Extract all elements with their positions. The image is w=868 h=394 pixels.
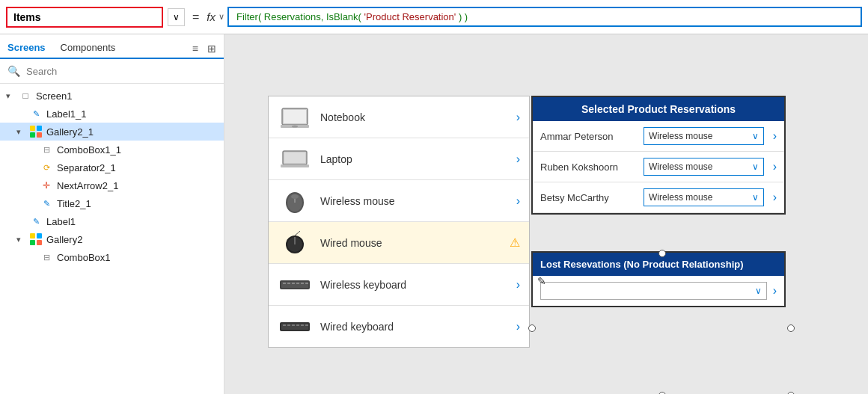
svg-rect-14	[281, 164, 309, 167]
chevron-gallery2-icon: ▾	[16, 235, 25, 244]
tree-item-combobox1-1[interactable]: ⊟ ComboBox1_1	[0, 141, 224, 158]
svg-rect-7	[37, 240, 42, 245]
tree-item-title2-1[interactable]: ✎ Title2_1	[0, 194, 224, 212]
label-icon: ✎	[29, 107, 43, 120]
tree-label-label1: Label1	[46, 216, 218, 227]
tree-item-gallery2-1[interactable]: ▾ Gallery2_1	[0, 123, 224, 141]
svg-rect-33	[287, 324, 290, 326]
edit-pencil-icon[interactable]: ✎	[537, 275, 546, 287]
wireless-keyboard-arrow-icon[interactable]: ›	[516, 278, 520, 292]
warning-icon: ⚠	[510, 236, 520, 250]
tree-item-combobox1[interactable]: ⊟ ComboBox1	[0, 248, 224, 266]
res-row-ammar: Ammar Peterson Wireless mouse ∨ ›	[533, 121, 784, 152]
laptop-icon	[278, 146, 311, 172]
wired-keyboard-icon	[278, 313, 311, 339]
tree-item-label1-1[interactable]: ✎ Label1_1	[0, 105, 224, 123]
tree-item-screen1[interactable]: ▾ □ Screen1	[0, 87, 224, 105]
wired-keyboard-arrow-icon[interactable]: ›	[516, 320, 520, 333]
res-dropdown-arrow-ammar-icon: ∨	[752, 131, 759, 141]
tree-label-gallery2-1: Gallery2_1	[46, 126, 218, 138]
equals-sign: =	[189, 10, 202, 24]
top-bar: Items ∨ = fx ∨ Filter( Reservations, IsB…	[0, 0, 868, 34]
svg-rect-5	[37, 233, 42, 238]
svg-rect-36	[301, 324, 304, 326]
res-dropdown-ruben[interactable]: Wireless mouse ∨	[644, 158, 764, 176]
canvas-area: Notebook › Laptop › Wireless mouse ›	[224, 34, 868, 394]
laptop-label: Laptop	[320, 153, 507, 165]
svg-rect-13	[284, 153, 305, 163]
wired-mouse-label: Wired mouse	[320, 237, 501, 249]
tabs-row: Screens Components ≡ ⊞	[0, 34, 224, 59]
tree-label-combobox1: ComboBox1	[57, 252, 218, 263]
gallery2-icon	[29, 233, 43, 246]
tree-item-nextarrow2-1[interactable]: ✛ NextArrow2_1	[0, 176, 224, 194]
tab-screens[interactable]: Screens	[6, 39, 47, 59]
res-dropdown-text-ammar: Wireless mouse	[649, 131, 712, 141]
items-input[interactable]: Items	[6, 7, 163, 28]
wireless-keyboard-icon	[278, 271, 311, 298]
items-dropdown-button[interactable]: ∨	[168, 8, 185, 26]
lost-next-arrow-icon[interactable]: ›	[773, 284, 777, 298]
wireless-mouse-arrow-icon[interactable]: ›	[516, 194, 520, 208]
gallery-item-notebook[interactable]: Notebook ›	[269, 96, 529, 138]
res-next-arrow-ruben-icon[interactable]: ›	[773, 160, 777, 173]
chevron-gallery2-1-icon: ▾	[16, 127, 25, 137]
svg-rect-26	[292, 283, 295, 284]
search-input[interactable]	[26, 66, 216, 77]
tree-area: ▾ □ Screen1 ✎ Label1_1 ▾ Gallery2_1 ⊟ Co…	[0, 84, 224, 394]
res-dropdown-arrow-betsy-icon: ∨	[752, 192, 759, 203]
wireless-keyboard-label: Wireless keyboard	[320, 279, 507, 291]
gallery-item-wireless-mouse[interactable]: Wireless mouse ›	[269, 180, 529, 222]
wired-keyboard-label: Wired keyboard	[320, 321, 507, 333]
gallery-item-wireless-keyboard[interactable]: Wireless keyboard ›	[269, 264, 529, 306]
separator-icon: ⟳	[40, 161, 53, 174]
resize-handle-right-mid[interactable]	[787, 324, 795, 332]
combobox-icon: ⊟	[40, 143, 53, 156]
svg-rect-2	[30, 132, 35, 138]
res-name-betsy: Betsy McCarthy	[540, 192, 638, 203]
reservations-panel: Selected Product Reservations Ammar Pete…	[531, 96, 786, 215]
svg-rect-28	[301, 283, 304, 284]
tree-label-label1-1: Label1_1	[46, 108, 218, 120]
notebook-arrow-icon[interactable]: ›	[516, 111, 520, 124]
main-area: Screens Components ≡ ⊞ 🔍 ▾ □ Screen1 ✎ L…	[0, 34, 868, 394]
gallery-item-laptop[interactable]: Laptop ›	[269, 138, 529, 180]
notebook-label: Notebook	[320, 111, 507, 123]
res-next-arrow-ammar-icon[interactable]: ›	[773, 129, 777, 143]
laptop-arrow-icon[interactable]: ›	[516, 153, 520, 166]
svg-rect-27	[296, 283, 299, 284]
tab-components[interactable]: Components	[59, 39, 117, 58]
list-view-icon[interactable]: ≡	[191, 41, 200, 56]
tree-item-gallery2[interactable]: ▾ Gallery2	[0, 230, 224, 248]
gallery-item-wired-mouse[interactable]: Wired mouse ⚠	[269, 222, 529, 264]
res-dropdown-text-ruben: Wireless mouse	[649, 161, 712, 172]
search-box: 🔍	[0, 59, 224, 84]
lost-row: ∨ ›	[533, 276, 784, 306]
lost-dropdown[interactable]: ∨	[540, 282, 767, 300]
combobox1-icon: ⊟	[40, 250, 53, 264]
svg-rect-6	[30, 240, 35, 245]
tree-item-label1[interactable]: ✎ Label1	[0, 212, 224, 230]
lost-panel: Lost Resevations (No Product Relationshi…	[531, 251, 786, 307]
resize-handle-top-mid[interactable]	[658, 250, 666, 257]
grid-view-icon[interactable]: ⊞	[206, 41, 218, 56]
res-dropdown-ammar[interactable]: Wireless mouse ∨	[644, 127, 764, 145]
svg-rect-34	[292, 324, 295, 326]
tree-label-gallery2: Gallery2	[46, 234, 218, 245]
gallery-item-wired-keyboard[interactable]: Wired keyboard ›	[269, 306, 529, 347]
formula-box[interactable]: Filter( Reservations, IsBlank( 'Product …	[227, 7, 862, 27]
tree-item-separator2-1[interactable]: ⟳ Separator2_1	[0, 158, 224, 176]
svg-point-11	[292, 125, 298, 127]
left-panel: Screens Components ≡ ⊞ 🔍 ▾ □ Screen1 ✎ L…	[0, 34, 224, 394]
res-dropdown-betsy[interactable]: Wireless mouse ∨	[644, 188, 764, 206]
fx-chevron-icon[interactable]: ∨	[218, 12, 224, 22]
fx-label: fx	[207, 10, 216, 23]
wireless-mouse-icon	[278, 188, 311, 214]
screen-icon: □	[19, 89, 32, 102]
svg-rect-3	[37, 132, 42, 138]
svg-rect-29	[305, 283, 308, 284]
resize-handle-left-mid[interactable]	[528, 324, 536, 332]
res-row-ruben: Ruben Kokshoorn Wireless mouse ∨ ›	[533, 152, 784, 182]
res-next-arrow-betsy-icon[interactable]: ›	[773, 191, 777, 204]
tab-icons: ≡ ⊞	[191, 41, 218, 56]
